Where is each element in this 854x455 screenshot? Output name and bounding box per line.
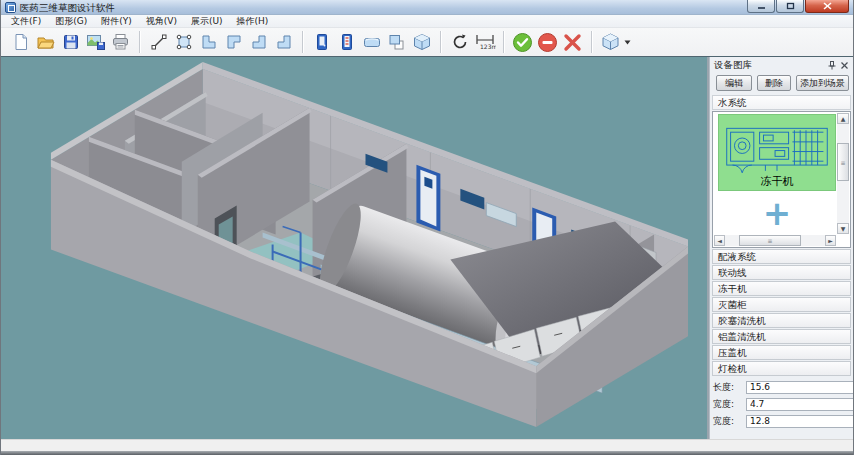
wall-corner-1-button[interactable]	[196, 30, 221, 54]
tile-vertical-scrollbar[interactable]: ▲ ≡ ▼	[837, 113, 849, 234]
copy-tool-button[interactable]	[384, 30, 409, 54]
polygon-tool-icon	[175, 33, 193, 51]
equipment-tile-freeze-dryer[interactable]: 冻干机	[718, 114, 836, 191]
line-tool-button[interactable]	[146, 30, 171, 54]
polygon-tool-button[interactable]	[171, 30, 196, 54]
menu-attachments[interactable]: 附件(Y)	[94, 15, 139, 28]
door-tool-button[interactable]	[309, 30, 334, 54]
width-2-label: 宽度:	[713, 415, 746, 428]
3d-viewport[interactable]	[1, 57, 707, 439]
cube-tool-icon	[412, 33, 432, 52]
horizontal-scroll-thumb[interactable]: ≡	[739, 235, 801, 246]
toolbar-separator	[591, 31, 592, 53]
save-button[interactable]	[58, 30, 83, 54]
delete-x-icon	[562, 32, 583, 53]
category-item[interactable]: 压盖机	[712, 345, 851, 360]
app-icon	[5, 2, 16, 13]
scroll-track[interactable]	[801, 235, 825, 246]
close-panel-icon	[841, 62, 848, 69]
toolbar-group-objects	[306, 30, 437, 54]
menu-file[interactable]: 文件(F)	[4, 15, 48, 28]
wall-corner-2-button[interactable]	[221, 30, 246, 54]
group-header-water-system[interactable]: 水系统	[712, 95, 851, 110]
window-controls	[746, 0, 849, 13]
scroll-up-arrow[interactable]: ▲	[837, 113, 849, 124]
edit-button[interactable]: 编辑	[716, 75, 752, 91]
vertical-scroll-thumb[interactable]: ≡	[837, 143, 849, 181]
safety-door-tool-button[interactable]	[334, 30, 359, 54]
door-tool-icon	[314, 33, 330, 51]
add-to-scene-button[interactable]: 添加到场景	[796, 75, 849, 91]
menu-viewangle[interactable]: 视角(V)	[139, 15, 184, 28]
close-button[interactable]	[805, 0, 849, 13]
tile-horizontal-scrollbar[interactable]: ◄ ≡ ►	[714, 235, 836, 246]
pin-panel-button[interactable]	[826, 60, 838, 71]
export-image-icon	[86, 33, 106, 51]
width-label: 宽度:	[713, 398, 746, 411]
menu-graphics[interactable]: 图形(G)	[48, 15, 94, 28]
category-item[interactable]: 铝盖清洗机	[712, 329, 851, 344]
safety-door-tool-icon	[339, 33, 355, 51]
close-panel-button[interactable]	[838, 60, 850, 71]
width-2-input[interactable]	[746, 415, 854, 428]
wall-corner-4-icon	[275, 33, 293, 51]
scroll-right-arrow[interactable]: ►	[825, 235, 836, 246]
category-item[interactable]: 灭菌柜	[712, 297, 851, 312]
scroll-left-arrow[interactable]: ◄	[714, 235, 725, 246]
confirm-button[interactable]	[510, 30, 535, 54]
wall-corner-1-icon	[200, 33, 218, 51]
3d-scene	[1, 57, 707, 439]
category-item[interactable]: 配液系统	[712, 249, 851, 264]
remove-button[interactable]	[535, 30, 560, 54]
line-tool-icon	[150, 33, 168, 51]
category-item[interactable]: 灯检机	[712, 361, 851, 376]
wall-corner-4-button[interactable]	[271, 30, 296, 54]
menu-display[interactable]: 展示(U)	[184, 15, 230, 28]
equipment-gallery-panel: 设备图库 编辑 删除 添加到场景	[709, 57, 853, 439]
width-input[interactable]	[746, 398, 854, 411]
cube-tool-button[interactable]	[409, 30, 434, 54]
toolbar-separator	[503, 31, 504, 53]
minimize-icon	[757, 3, 766, 10]
category-item[interactable]: 胶塞清洗机	[712, 313, 851, 328]
wall-corner-3-icon	[250, 33, 268, 51]
title-bar[interactable]: 医药三维草图设计软件	[1, 0, 853, 15]
status-bar	[1, 439, 853, 451]
menu-operations[interactable]: 操作(H)	[230, 15, 276, 28]
print-button[interactable]	[108, 30, 133, 54]
new-file-button[interactable]	[8, 30, 33, 54]
measure-tool-button[interactable]: 123m	[472, 30, 497, 54]
toolbar-group-actions	[507, 30, 588, 54]
rotate-tool-button[interactable]	[447, 30, 472, 54]
minimize-button[interactable]	[747, 0, 775, 13]
category-item[interactable]: 联动线	[712, 265, 851, 280]
length-input[interactable]	[746, 381, 854, 394]
delete-button[interactable]	[560, 30, 585, 54]
category-item[interactable]: 冻干机	[712, 281, 851, 296]
length-label: 长度:	[713, 381, 746, 394]
view-mode-cube-button[interactable]	[598, 30, 623, 54]
chevron-down-icon	[624, 40, 631, 45]
equipment-tile-list: 冻干机 + ▲ ≡ ▼ ◄ ≡ ►	[712, 111, 851, 248]
window-tool-button[interactable]	[359, 30, 384, 54]
wall-corner-3-button[interactable]	[246, 30, 271, 54]
window-title: 医药三维草图设计软件	[20, 0, 115, 15]
menu-bar: 文件(F) 图形(G) 附件(Y) 视角(V) 展示(U) 操作(H)	[1, 15, 853, 28]
toolbar-group-file	[5, 30, 136, 54]
add-equipment-tile[interactable]: +	[718, 193, 836, 236]
view-mode-dropdown[interactable]	[623, 30, 631, 54]
main-area: 设备图库 编辑 删除 添加到场景	[1, 57, 853, 439]
measure-label: 123m	[480, 43, 496, 50]
toolbar-separator	[302, 31, 303, 53]
delete-item-button[interactable]: 删除	[757, 75, 791, 91]
view-mode-cube-icon	[600, 32, 621, 52]
export-image-button[interactable]	[83, 30, 108, 54]
maximize-icon	[786, 2, 795, 10]
property-row-width: 宽度:	[713, 396, 850, 412]
maximize-button[interactable]	[776, 0, 804, 13]
remove-icon	[537, 32, 558, 53]
toolbar-group-draw	[143, 30, 299, 54]
open-folder-button[interactable]	[33, 30, 58, 54]
scroll-down-arrow[interactable]: ▼	[837, 223, 849, 234]
plus-icon: +	[763, 196, 792, 230]
